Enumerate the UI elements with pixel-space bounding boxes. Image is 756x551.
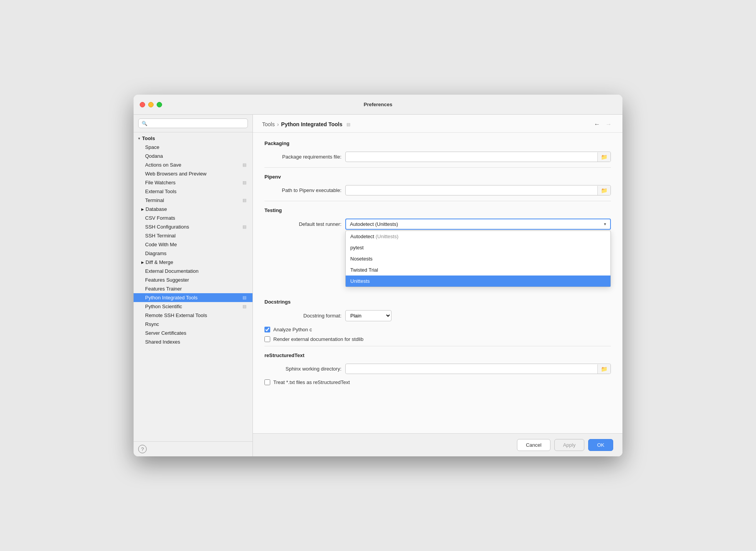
- settings-icon-4: ▤: [243, 224, 246, 229]
- sidebar-item-external-tools[interactable]: External Tools: [134, 187, 253, 196]
- option-pytest-label: pytest: [350, 245, 364, 250]
- sidebar-item-externaltools-label: External Tools: [145, 189, 176, 194]
- test-runner-selected-value: Autodetect (Unittests): [350, 221, 398, 227]
- apply-button[interactable]: Apply: [554, 439, 585, 451]
- sidebar-item-diagrams-label: Diagrams: [145, 250, 167, 256]
- sidebar-item-remote-ssh[interactable]: Remote SSH External Tools: [134, 311, 253, 320]
- search-wrapper[interactable]: 🔍: [138, 119, 248, 128]
- sidebar-item-terminal[interactable]: Terminal ▤: [134, 196, 253, 205]
- content-area: 🔍 ▾ Tools Space Qodana Actions on Save: [134, 115, 622, 456]
- settings-icon-5: ▤: [243, 295, 246, 300]
- sidebar-item-csv-label: CSV Formats: [145, 215, 175, 221]
- option-nosetests[interactable]: Nosetests: [346, 253, 610, 264]
- sidebar-item-diffmerge-label: Diff & Merge: [146, 259, 173, 265]
- test-runner-dropdown-wrapper: Autodetect (Unittests) ▾ Autodetect (Uni…: [345, 219, 611, 230]
- sidebar-item-ssh-terminal[interactable]: SSH Terminal: [134, 231, 253, 240]
- nav-forward-button[interactable]: →: [604, 120, 613, 129]
- title-bar: Preferences: [134, 95, 622, 115]
- sidebar-item-servercerts-label: Server Certificates: [145, 330, 186, 336]
- pipenv-path-input[interactable]: [346, 185, 597, 195]
- sidebar-item-features-suggester[interactable]: Features Suggester: [134, 276, 253, 284]
- sidebar-item-python-integrated-tools[interactable]: Python Integrated Tools ▤: [134, 293, 253, 302]
- cancel-button[interactable]: Cancel: [517, 439, 550, 451]
- test-runner-menu: Autodetect (Unittests) pytest Nosetests …: [345, 230, 611, 287]
- sidebar-item-sharedindexes-label: Shared Indexes: [145, 339, 180, 345]
- sidebar-item-actions-on-save[interactable]: Actions on Save ▤: [134, 160, 253, 169]
- docstring-format-select[interactable]: Plain: [345, 310, 391, 321]
- sidebar-item-qodana[interactable]: Qodana: [134, 152, 253, 160]
- sidebar-item-tools[interactable]: ▾ Tools: [134, 134, 253, 143]
- sidebar-item-csv-formats[interactable]: CSV Formats: [134, 214, 253, 222]
- sidebar-item-ssh-config[interactable]: SSH Configurations ▤: [134, 222, 253, 231]
- package-req-input-wrapper: 📁: [345, 152, 611, 162]
- render-checkbox[interactable]: [264, 336, 270, 342]
- sidebar-item-rsync[interactable]: Rsync: [134, 320, 253, 329]
- analyze-label: Analyze Python c: [273, 327, 312, 332]
- sidebar-item-space[interactable]: Space: [134, 143, 253, 152]
- sidebar-item-filewatchers-label: File Watchers: [145, 180, 176, 185]
- search-area: 🔍: [134, 115, 253, 132]
- sidebar-item-web-browsers[interactable]: Web Browsers and Preview: [134, 169, 253, 178]
- sidebar-item-suggester-label: Features Suggester: [145, 277, 189, 283]
- section-title-pipenv: Pipenv: [264, 174, 611, 180]
- search-input[interactable]: [149, 120, 244, 126]
- option-autodetect[interactable]: Autodetect (Unittests): [346, 231, 610, 242]
- treat-txt-checkbox[interactable]: [264, 379, 270, 385]
- chevron-down-icon-2: ▾: [604, 222, 606, 227]
- option-unittests-label: Unittests: [350, 278, 370, 284]
- sidebar-item-codewithme-label: Code With Me: [145, 242, 177, 247]
- sidebar-item-diff-merge[interactable]: ▶ Diff & Merge: [134, 258, 253, 267]
- analyze-checkbox[interactable]: [264, 327, 270, 332]
- package-req-row: Package requirements file: 📁: [264, 152, 611, 162]
- option-twisted-trial[interactable]: Twisted Trial: [346, 264, 610, 276]
- breadcrumb-parent[interactable]: Tools: [262, 121, 275, 127]
- sidebar-item-server-certs[interactable]: Server Certificates: [134, 329, 253, 337]
- ok-button[interactable]: OK: [588, 439, 613, 451]
- sidebar-item-trainer-label: Features Trainer: [145, 286, 182, 292]
- docstrings-section: Docstrings Docstring format: Plain Analy…: [264, 299, 611, 342]
- test-runner-label: Default test runner:: [264, 221, 341, 227]
- package-req-label: Package requirements file:: [264, 154, 341, 160]
- test-runner-row: Default test runner: Autodetect (Unittes…: [264, 219, 611, 230]
- maximize-button[interactable]: [157, 102, 162, 107]
- close-button[interactable]: [140, 102, 145, 107]
- option-twistedtrial-label: Twisted Trial: [350, 267, 378, 273]
- sidebar-item-ssh-label: SSH Configurations: [145, 224, 189, 230]
- sidebar-item-shared-indexes[interactable]: Shared Indexes: [134, 337, 253, 346]
- sidebar-item-file-watchers[interactable]: File Watchers ▤: [134, 178, 253, 187]
- treat-txt-row: Treat *.txt files as reStructuredText: [264, 379, 611, 385]
- sidebar-item-python-scientific[interactable]: Python Scientific ▤: [134, 302, 253, 311]
- help-button[interactable]: ?: [138, 445, 147, 453]
- sidebar-item-rsync-label: Rsync: [145, 321, 159, 327]
- sidebar-item-database[interactable]: ▶ Database: [134, 205, 253, 214]
- pipenv-path-label: Path to Pipenv executable:: [264, 187, 341, 193]
- sphinx-input[interactable]: [346, 364, 597, 374]
- sidebar-item-code-with-me[interactable]: Code With Me: [134, 240, 253, 249]
- sidebar-item-features-trainer[interactable]: Features Trainer: [134, 284, 253, 293]
- nav-back-button[interactable]: ←: [592, 120, 602, 129]
- option-pytest[interactable]: pytest: [346, 242, 610, 253]
- package-req-input[interactable]: [346, 152, 597, 162]
- sidebar-section-tools-label: Tools: [142, 135, 155, 141]
- breadcrumb-separator: ›: [277, 121, 279, 127]
- sidebar-item-diagrams[interactable]: Diagrams: [134, 249, 253, 258]
- option-autodetect-label: Autodetect (Unittests): [350, 234, 398, 239]
- render-label: Render external documentation for stdlib: [273, 336, 363, 342]
- preferences-window: Preferences 🔍 ▾ Tools Space: [134, 95, 622, 456]
- section-title-docstrings: Docstrings: [264, 299, 611, 305]
- sphinx-row: Sphinx working directory: 📁: [264, 364, 611, 374]
- option-unittests[interactable]: Unittests: [346, 276, 610, 287]
- docstring-format-label: Docstring format:: [264, 313, 341, 319]
- settings-icon-3: ▤: [243, 198, 246, 203]
- sidebar-item-ext-doc[interactable]: External Documentation: [134, 267, 253, 276]
- pipenv-path-input-wrapper: 📁: [345, 185, 611, 195]
- breadcrumb: Tools › Python Integrated Tools ▤: [262, 121, 350, 127]
- sidebar-item-pyscientific-label: Python Scientific: [145, 304, 182, 309]
- sphinx-folder-button[interactable]: 📁: [597, 364, 610, 374]
- pipenv-folder-button[interactable]: 📁: [597, 186, 610, 195]
- package-req-folder-button[interactable]: 📁: [597, 152, 610, 162]
- option-nosetests-label: Nosetests: [350, 256, 373, 262]
- minimize-button[interactable]: [148, 102, 154, 107]
- sphinx-label: Sphinx working directory:: [264, 366, 341, 372]
- test-runner-dropdown[interactable]: Autodetect (Unittests) ▾: [345, 219, 611, 230]
